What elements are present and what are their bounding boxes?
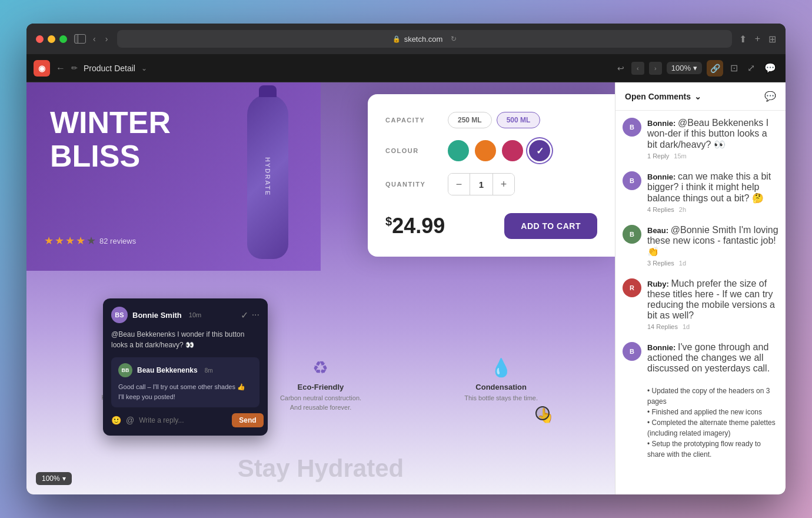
comments-panel-header: Open Comments ⌄ 💬: [615, 82, 786, 111]
comment-author: Ruby:: [647, 280, 671, 288]
reply-count[interactable]: 14 Replies: [647, 323, 678, 330]
price-amount: 24.99: [392, 214, 445, 238]
colour-orange-button[interactable]: [475, 140, 496, 161]
reload-icon[interactable]: ↻: [451, 35, 457, 43]
selected-checkmark-icon: ✓: [536, 145, 544, 157]
comment-button[interactable]: 💬: [762, 60, 778, 76]
close-traffic-light[interactable]: [36, 35, 44, 43]
zoom-caret-icon: ▾: [693, 64, 697, 72]
star-1: ★: [44, 234, 54, 247]
capacity-250ml-button[interactable]: 250 ML: [448, 112, 492, 128]
write-reply-section: 🙂 @ Send: [111, 413, 259, 427]
droplet-icon: 💧: [454, 357, 548, 378]
colour-teal-button[interactable]: [448, 140, 469, 161]
comment-content: Beau: @Bonnie Smith I'm loving these new…: [647, 225, 778, 267]
address-bar[interactable]: 🔒 sketch.com ↻: [117, 30, 731, 48]
zoom-indicator-value: 100%: [42, 474, 60, 483]
colour-options: ✓: [448, 140, 550, 161]
zoom-indicator: 100% ▾: [36, 472, 72, 485]
new-tab-icon[interactable]: +: [755, 34, 760, 45]
nav-next-button[interactable]: ›: [649, 62, 662, 75]
browser-controls: ‹ ›: [74, 33, 110, 45]
minimize-traffic-light[interactable]: [48, 35, 55, 43]
comments-panel-title: Open Comments ⌄: [625, 92, 701, 101]
hero-text: Winter Bliss: [50, 106, 171, 173]
app-bar: ◉ ← ✏ Product Detail ⌄ ↩ ‹ › 100% ▾ 🔗 ⊡ …: [26, 54, 786, 82]
purchase-row: $24.99 ADD TO CART: [385, 213, 597, 239]
comments-caret-icon[interactable]: ⌄: [694, 92, 701, 101]
hero-title-line1: Winter: [50, 106, 171, 140]
comment-meta: 14 Replies 1d: [647, 323, 778, 330]
back-button[interactable]: ‹: [91, 33, 98, 45]
title-caret-icon[interactable]: ⌄: [141, 64, 147, 72]
colour-purple-button[interactable]: ✓: [529, 140, 550, 161]
bottle-cap: [259, 85, 277, 97]
url-text: sketch.com: [404, 35, 443, 44]
emoji-button[interactable]: 🙂: [111, 416, 121, 425]
list-item: R Ruby: Much prefer the size of these ti…: [623, 278, 778, 330]
avatar: B: [623, 225, 641, 244]
undo-button[interactable]: ↩: [615, 61, 627, 75]
share-icon[interactable]: ⬆: [739, 34, 747, 45]
pencil-icon: ✏: [71, 64, 78, 72]
forward-button[interactable]: ›: [103, 33, 111, 45]
reply-count[interactable]: 4 Replies: [647, 206, 674, 213]
send-button[interactable]: Send: [232, 413, 263, 427]
beau-avatar: BB: [118, 363, 132, 377]
capacity-row: CAPACITY 250 ML 500 ML: [385, 112, 597, 128]
quantity-label: QUANTITY: [385, 181, 438, 188]
list-item: B Bonnie: can we make this a bit bigger?…: [623, 171, 778, 213]
star-5: ★: [86, 234, 96, 247]
hero-section: Winter Bliss ★ ★ ★ ★ ★ 82 reviews: [26, 82, 321, 271]
reply-section: BB Beau Bekkenenks 8m Good call – I'll t…: [111, 357, 259, 407]
mention-button[interactable]: @: [126, 416, 134, 425]
comment-body: • Updated the copy of the headers on 3 p…: [647, 375, 778, 460]
product-price: $24.99: [385, 214, 445, 238]
star-2: ★: [55, 234, 64, 247]
reviews-count: 82 reviews: [99, 237, 136, 245]
nav-prev-button[interactable]: ‹: [631, 62, 644, 75]
colour-pink-button[interactable]: [502, 140, 523, 161]
link-button[interactable]: 🔗: [707, 60, 723, 77]
comment-bubble-actions: ✓ ···: [241, 310, 259, 321]
add-comment-icon[interactable]: 💬: [764, 91, 776, 102]
app-bar-controls: ↩ ‹ › 100% ▾ 🔗 ⊡ ⤢ 💬: [615, 60, 778, 77]
fullscreen-traffic-light[interactable]: [59, 35, 67, 43]
capacity-500ml-button[interactable]: 500 ML: [497, 112, 541, 128]
quantity-increase-button[interactable]: +: [493, 174, 514, 195]
lock-icon: 🔒: [392, 35, 401, 43]
reply-count[interactable]: 3 Replies: [647, 260, 674, 267]
app-back-button[interactable]: ←: [56, 63, 65, 74]
main-content: Winter Bliss ★ ★ ★ ★ ★ 82 reviews: [26, 82, 786, 494]
tab-overview-icon[interactable]: ⊞: [768, 34, 776, 45]
zoom-value: 100%: [671, 64, 691, 72]
check-icon[interactable]: ✓: [241, 310, 248, 321]
feature-condensation-title: Condensation: [454, 383, 548, 391]
stay-hydrated-text: Stay Hydrated: [26, 454, 615, 483]
sidebar-toggle-button[interactable]: [74, 34, 86, 44]
quantity-control: − 1 +: [448, 173, 515, 195]
colour-label: COLOUR: [385, 147, 438, 154]
add-to-cart-button[interactable]: ADD TO CART: [504, 213, 597, 239]
comment-bubble-time: 10m: [189, 311, 201, 318]
reply-input-field[interactable]: [139, 416, 227, 424]
comment-author: Bonnie:: [647, 172, 678, 181]
comment-meta: 4 Replies 2h: [647, 206, 778, 213]
star-rating: ★ ★ ★ ★ ★: [44, 234, 96, 247]
recycle-icon: ♻: [274, 357, 368, 378]
feature-condensation: 💧 Condensation This bottle stays the tim…: [454, 357, 548, 412]
comments-list: B Bonnie: @Beau Bekkenenks I won-der if …: [615, 111, 786, 494]
reply-count[interactable]: 1 Reply: [647, 152, 669, 160]
more-icon[interactable]: ···: [252, 310, 259, 321]
browser-window: ‹ › 🔒 sketch.com ↻ ⬆ + ⊞ ◉ ← ✏ Product D…: [26, 24, 786, 494]
expand-button[interactable]: ⤢: [745, 60, 757, 76]
list-item: B Bonnie: I've gone through and actioned…: [623, 342, 778, 460]
comment-content: Ruby: Much prefer the size of these titl…: [647, 278, 778, 330]
view-button[interactable]: ⊡: [728, 60, 740, 76]
quantity-decrease-button[interactable]: −: [448, 174, 470, 195]
list-item: B Bonnie: @Beau Bekkenenks I won-der if …: [623, 118, 778, 160]
bonnie-avatar: BS: [111, 307, 128, 323]
traffic-lights: [36, 35, 67, 43]
emoji-toolbar: 🙂 @: [111, 416, 134, 425]
zoom-control[interactable]: 100% ▾: [667, 62, 702, 74]
